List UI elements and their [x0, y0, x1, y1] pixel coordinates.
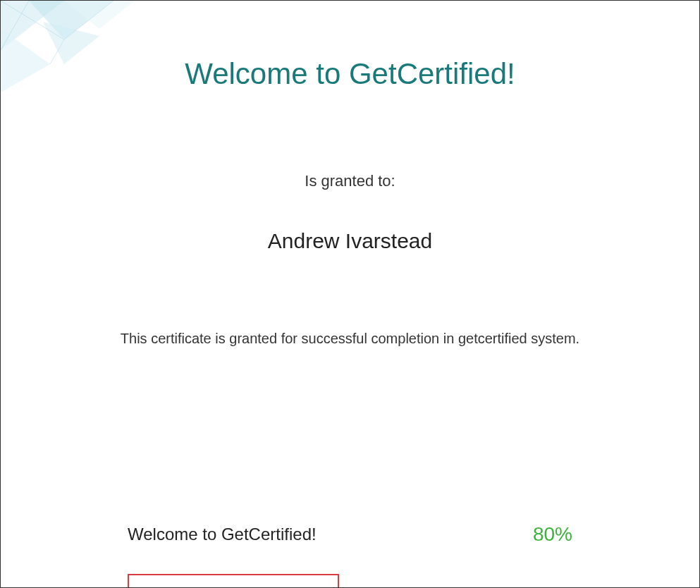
granted-to-label: Is granted to:	[43, 172, 657, 190]
certificate-container: Welcome to GetCertified! Is granted to: …	[1, 1, 699, 587]
course-name: Welcome to GetCertified!	[128, 525, 317, 544]
issue-date-value: Oct-02-2021	[209, 585, 268, 588]
issue-date-label: Date of issue:	[142, 585, 209, 588]
issue-date-line: Date of issue: Oct-02-2021	[142, 585, 325, 588]
dates-highlight-box: Date of issue: Oct-02-2021 Certificate e…	[128, 574, 339, 588]
score-percentage: 80%	[533, 523, 572, 546]
footer-row: Welcome to GetCertified! 80%	[43, 523, 657, 546]
certificate-description: This certificate is granted for successf…	[43, 331, 657, 347]
certificate-title: Welcome to GetCertified!	[43, 57, 657, 91]
recipient-name: Andrew Ivarstead	[43, 229, 657, 253]
